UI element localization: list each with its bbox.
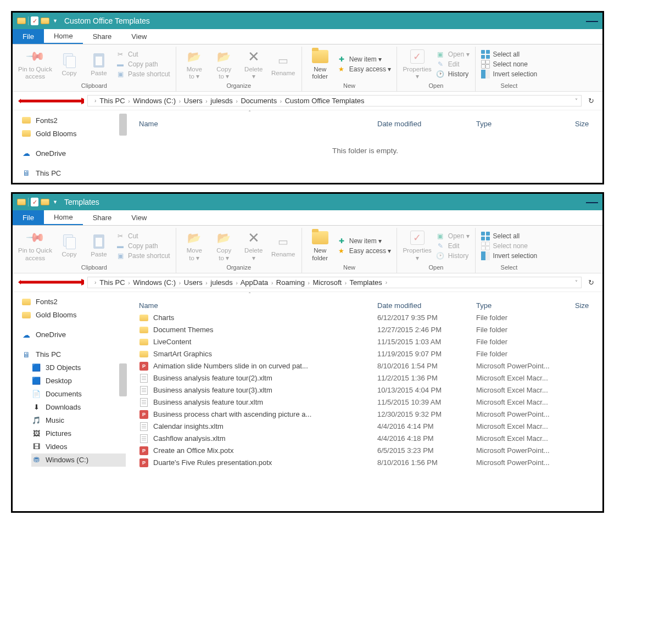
breadcrumb-seg[interactable]: Users bbox=[184, 278, 203, 287]
chevron-down-icon[interactable]: ˅ bbox=[575, 98, 578, 104]
breadcrumb-seg[interactable]: Templates bbox=[350, 278, 382, 287]
edit-button[interactable]: ✎Edit bbox=[436, 242, 470, 250]
col-type[interactable]: Type bbox=[476, 301, 575, 310]
chevron-right-icon[interactable]: › bbox=[271, 280, 273, 286]
moveto-button[interactable]: 📂Move to ▾ bbox=[182, 229, 207, 261]
chevron-right-icon[interactable]: › bbox=[236, 280, 237, 286]
titlebar[interactable]: ✓ ▼ Custom Office Templates — bbox=[13, 13, 602, 29]
chevron-right-icon[interactable]: › bbox=[308, 280, 310, 286]
breadcrumb-seg[interactable]: Roaming bbox=[276, 278, 305, 287]
pin-button[interactable]: 📌Pin to Quick access bbox=[18, 229, 52, 261]
tree-item[interactable]: 🖼Pictures bbox=[31, 427, 126, 440]
address-bar[interactable]: › This PC › Windows (C:) › Users › jules… bbox=[87, 277, 582, 288]
tree-item[interactable]: 🎵Music bbox=[31, 414, 126, 427]
rename-button[interactable]: ▭Rename bbox=[271, 233, 296, 258]
chevron-right-icon[interactable]: › bbox=[236, 98, 237, 104]
col-type[interactable]: Type bbox=[476, 120, 575, 128]
history-button[interactable]: 🕑History bbox=[436, 70, 470, 79]
file-row[interactable]: Business analysis feature tour(2).xltm 1… bbox=[128, 372, 602, 384]
tree-item[interactable]: 🟦Desktop bbox=[31, 374, 126, 388]
moveto-button[interactable]: 📂Move to ▾ bbox=[182, 48, 207, 80]
file-row[interactable]: Charts 6/12/2017 9:35 PM File folder bbox=[128, 312, 602, 324]
folder-icon[interactable] bbox=[17, 18, 26, 24]
titlebar[interactable]: ✓ ▼ Templates — bbox=[13, 194, 602, 210]
tree-item[interactable]: ☁OneDrive bbox=[21, 147, 126, 160]
breadcrumb-seg[interactable]: Microsoft bbox=[312, 278, 342, 287]
address-bar[interactable]: › This PC › Windows (C:) › Users › jules… bbox=[87, 95, 582, 107]
pin-button[interactable]: 📌 Pin to Quick access bbox=[18, 48, 52, 80]
tree-item[interactable]: Fonts2 bbox=[21, 114, 126, 127]
file-list[interactable]: ˆ Name Date modified Type Size This fold… bbox=[128, 110, 602, 183]
chevron-right-icon[interactable]: › bbox=[205, 98, 207, 104]
tree-item[interactable]: ⛃Windows (C:) bbox=[31, 453, 126, 467]
tab-share[interactable]: Share bbox=[83, 210, 122, 225]
tree-item[interactable]: 📄Documents bbox=[31, 388, 126, 401]
file-row[interactable]: P Business process chart with ascending … bbox=[128, 408, 602, 421]
pasteshortcut-button[interactable]: ▣Paste shortcut bbox=[116, 70, 170, 79]
rename-button[interactable]: ▭Rename bbox=[271, 52, 296, 77]
file-row[interactable]: SmartArt Graphics 11/19/2015 9:07 PM Fil… bbox=[128, 348, 602, 360]
chevron-right-icon[interactable]: › bbox=[94, 98, 96, 104]
nav-tree[interactable]: Fonts2Gold Blooms☁OneDrive🖥This PC bbox=[13, 110, 128, 183]
copypath-button[interactable]: ▬Copy path bbox=[116, 242, 170, 250]
tab-file[interactable]: File bbox=[13, 29, 44, 44]
edit-button[interactable]: ✎Edit bbox=[436, 60, 470, 69]
refresh-button[interactable]: ↻ bbox=[585, 97, 597, 105]
selectnone-button[interactable]: Select none bbox=[481, 60, 538, 69]
selectall-button[interactable]: Select all bbox=[481, 50, 538, 59]
tree-item[interactable]: 🎞Videos bbox=[31, 440, 126, 453]
breadcrumb-seg[interactable]: julesds bbox=[210, 97, 232, 105]
col-date[interactable]: Date modified bbox=[377, 120, 476, 128]
file-row[interactable]: LiveContent 11/15/2015 1:03 AM File fold… bbox=[128, 336, 602, 348]
cut-button[interactable]: ✂Cut bbox=[116, 50, 170, 59]
open-button[interactable]: ▣Open ▾ bbox=[436, 232, 470, 240]
file-row[interactable]: P Create an Office Mix.potx 6/5/2015 3:2… bbox=[128, 445, 602, 457]
cut-button[interactable]: ✂Cut bbox=[116, 232, 170, 240]
newitem-button[interactable]: ✚New item ▾ bbox=[337, 237, 392, 245]
qat-customize-dropdown[interactable]: ▼ bbox=[53, 199, 58, 205]
chevron-down-icon[interactable]: ˅ bbox=[575, 279, 578, 285]
scrollbar-thumb[interactable] bbox=[119, 363, 127, 396]
invertselection-button[interactable]: Invert selection bbox=[481, 251, 538, 260]
minimize-button[interactable]: — bbox=[586, 195, 598, 209]
file-row[interactable]: P Duarte's Five Rules presentation.potx … bbox=[128, 457, 602, 469]
chevron-right-icon[interactable]: › bbox=[128, 280, 130, 286]
chevron-right-icon[interactable]: › bbox=[179, 280, 181, 286]
selectall-button[interactable]: Select all bbox=[481, 232, 538, 240]
tree-item[interactable]: ☁OneDrive bbox=[21, 328, 126, 341]
paste-button[interactable]: Paste bbox=[86, 52, 111, 77]
refresh-button[interactable]: ↻ bbox=[585, 278, 597, 287]
tab-share[interactable]: Share bbox=[83, 29, 122, 44]
breadcrumb-seg[interactable]: Users bbox=[184, 97, 203, 105]
newitem-button[interactable]: ✚New item ▾ bbox=[337, 55, 392, 64]
history-button[interactable]: 🕑History bbox=[436, 251, 470, 260]
chevron-right-icon[interactable]: › bbox=[345, 280, 347, 286]
nav-tree[interactable]: Fonts2Gold Blooms☁OneDrive🖥This PC🟦3D Ob… bbox=[13, 292, 128, 511]
tree-item[interactable]: 🖥This PC bbox=[21, 348, 126, 361]
chevron-right-icon[interactable]: › bbox=[179, 98, 181, 104]
properties-button[interactable]: ✓Properties ▾ bbox=[403, 229, 431, 261]
copy-button[interactable]: Copy bbox=[57, 233, 82, 258]
breadcrumb-seg[interactable]: julesds bbox=[210, 278, 232, 287]
paste-button[interactable]: Paste bbox=[86, 233, 111, 258]
qat-newfolder-icon[interactable] bbox=[41, 18, 49, 24]
easyaccess-button[interactable]: ★Easy access ▾ bbox=[337, 65, 392, 74]
scrollbar-thumb[interactable] bbox=[119, 114, 127, 136]
file-row[interactable]: Business analysis feature tour.xltm 11/5… bbox=[128, 396, 602, 408]
selectnone-button[interactable]: Select none bbox=[481, 242, 538, 250]
breadcrumb-seg[interactable]: This PC bbox=[99, 278, 125, 287]
qat-properties-icon[interactable]: ✓ bbox=[31, 198, 38, 206]
copy-button[interactable]: Copy bbox=[57, 52, 82, 77]
chevron-right-icon[interactable]: › bbox=[94, 279, 96, 285]
chevron-right-icon[interactable]: › bbox=[128, 98, 130, 104]
file-row[interactable]: Cashflow analysis.xltm 4/4/2016 4:18 PM … bbox=[128, 433, 602, 445]
tree-item[interactable]: 🖥This PC bbox=[21, 166, 126, 180]
properties-button[interactable]: ✓Properties ▾ bbox=[403, 48, 431, 80]
folder-icon[interactable] bbox=[17, 199, 26, 205]
chevron-right-icon[interactable]: › bbox=[386, 279, 387, 285]
tab-home[interactable]: Home bbox=[44, 210, 83, 225]
copyto-button[interactable]: 📂Copy to ▾ bbox=[211, 229, 237, 261]
breadcrumb-seg[interactable]: Windows (C:) bbox=[133, 97, 176, 105]
pasteshortcut-button[interactable]: ▣Paste shortcut bbox=[116, 251, 170, 260]
tree-item[interactable]: Gold Blooms bbox=[21, 309, 126, 322]
